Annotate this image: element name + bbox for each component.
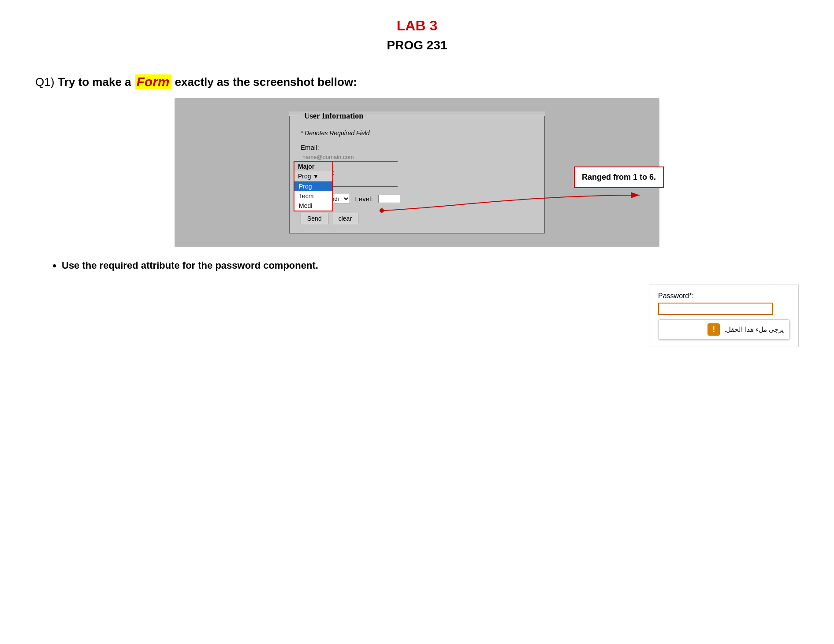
password-demo-section: Password*: يرجى ملء هذا الحقل. ! [35, 285, 799, 347]
bullet-text: Use the required attribute for the passw… [62, 260, 318, 271]
form-buttons: Send clear [301, 213, 533, 224]
dropdown-option-medi[interactable]: Medi [294, 201, 332, 211]
password-demo-box: Password*: يرجى ملء هذا الحقل. ! [649, 285, 799, 347]
clear-button[interactable]: clear [332, 213, 358, 224]
fieldset-legend: User Information [301, 111, 367, 121]
question-bold-after: exactly as the screenshot bellow: [175, 75, 357, 89]
dropdown-chevron-icon: ▼ [313, 173, 319, 180]
validation-text: يرجى ملء هذا الحقل. [724, 326, 784, 333]
level-input[interactable] [378, 195, 400, 203]
form-panel: User Information * Denotes Required Fiel… [289, 111, 545, 233]
required-note: * Denotes Required Field [301, 130, 533, 137]
dropdown-popup-select-value: Prog [298, 173, 311, 180]
form-relative-container: User Information * Denotes Required Fiel… [289, 111, 545, 233]
ranged-annotation-text: Ranged from 1 to 6. [582, 173, 656, 181]
password-label: Password*: [301, 169, 533, 176]
major-level-row: Major Medi Prog Tecm Level: [301, 194, 533, 204]
dropdown-popup-title: Major [294, 162, 332, 171]
question-label: Q1) Try to make a Form exactly as the sc… [35, 74, 799, 89]
email-field-group: Email: [301, 144, 533, 162]
password-demo-input[interactable] [658, 303, 773, 315]
question-number: Q1) [35, 75, 54, 89]
email-input[interactable] [301, 153, 398, 162]
email-label: Email: [301, 144, 533, 151]
major-dropdown-popup: Major Prog ▼ Prog Tecm Medi [294, 161, 333, 211]
screenshot-wrapper: User Information * Denotes Required Fiel… [175, 98, 659, 247]
bullet-section: Use the required attribute for the passw… [53, 260, 799, 271]
page-subtitle: PROG 231 [35, 38, 799, 52]
dropdown-option-tecm[interactable]: Tecm [294, 191, 332, 201]
dropdown-option-prog[interactable]: Prog [294, 181, 332, 191]
validation-icon: ! [707, 323, 720, 336]
level-label: Level: [355, 195, 373, 203]
ranged-annotation-box: Ranged from 1 to 6. [574, 167, 664, 188]
dropdown-popup-select-row: Prog ▼ [294, 171, 332, 181]
password-field-group: Password*: [301, 169, 533, 187]
page-title: LAB 3 [35, 18, 799, 34]
password-demo-label: Password*: [658, 292, 789, 300]
validation-message: يرجى ملء هذا الحقل. ! [658, 319, 789, 340]
send-button[interactable]: Send [301, 213, 328, 224]
question-bold-before: Try to make a [58, 75, 131, 89]
question-highlight: Form [135, 74, 171, 89]
